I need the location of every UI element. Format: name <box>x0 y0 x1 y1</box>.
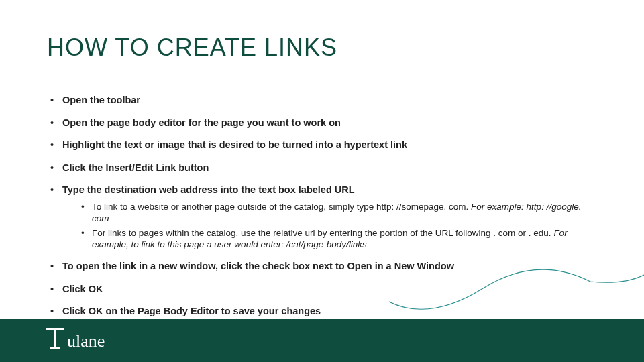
sub-list-item: For links to pages within the catalog, u… <box>81 227 600 251</box>
list-item-text: Click OK <box>62 284 103 294</box>
sub-list: To link to a website or another page out… <box>81 201 600 251</box>
list-item: Highlight the text or image that is desi… <box>50 139 600 152</box>
svg-rect-2 <box>50 347 60 349</box>
sub-list-item: To link to a website or another page out… <box>81 201 600 225</box>
list-item-text: Highlight the text or image that is desi… <box>62 139 407 150</box>
list-item-text: Open the toolbar <box>62 95 140 105</box>
list-item: Click OK on the Page Body Editor to save… <box>50 305 600 318</box>
list-item: Open the page body editor for the page y… <box>50 117 600 130</box>
list-item-bold: URL <box>335 184 355 195</box>
list-item-prefix: Type the destination web address into th… <box>62 184 335 195</box>
slide: HOW TO CREATE LINKS Open the toolbar Ope… <box>0 0 644 362</box>
list-item-text: Click the Insert/Edit Link button <box>62 162 209 173</box>
sub-item-plain: For links to pages within the catalog, u… <box>92 228 553 238</box>
list-item-text: To open the link in a new window, click … <box>62 261 454 272</box>
list-item-text: Open the page body editor for the page y… <box>62 117 341 128</box>
sub-item-plain: To link to a website or another page out… <box>92 202 471 212</box>
list-item: Click the Insert/Edit Link button <box>50 162 600 175</box>
list-item: Type the destination web address into th… <box>50 184 600 251</box>
brand-logo: ulane <box>46 326 133 353</box>
bullet-list: Open the toolbar Open the page body edit… <box>50 94 600 318</box>
list-item: Click OK <box>50 283 600 296</box>
list-item: Open the toolbar <box>50 94 600 107</box>
brand-logo-text: ulane <box>67 331 105 351</box>
list-item-text: Click OK on the Page Body Editor to save… <box>62 306 321 316</box>
svg-rect-1 <box>54 328 56 349</box>
footer-bar: ulane <box>0 319 644 362</box>
slide-content: Open the toolbar Open the page body edit… <box>50 94 600 328</box>
slide-title: HOW TO CREATE LINKS <box>47 34 337 62</box>
list-item: To open the link in a new window, click … <box>50 260 600 274</box>
